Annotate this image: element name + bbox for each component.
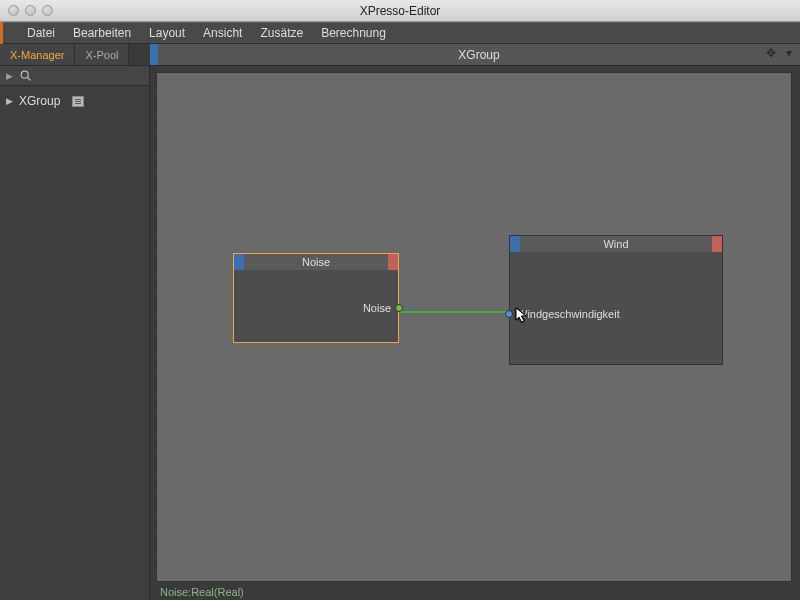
port-dot-icon[interactable] — [395, 304, 403, 312]
sidebar-search-bar[interactable]: ▶ — [0, 66, 149, 86]
menu-bearbeiten[interactable]: Bearbeiten — [73, 26, 131, 40]
node-wind[interactable]: Wind Windgeschwindigkeit — [509, 235, 723, 365]
port-label: Windgeschwindigkeit — [517, 308, 620, 320]
menu-bar: Datei Bearbeiten Layout Ansicht Zusätze … — [0, 22, 800, 44]
status-text: Noise:Real(Real) — [160, 586, 244, 598]
node-output-handle[interactable] — [388, 254, 398, 270]
node-noise-body: Noise — [234, 270, 398, 342]
sidebar-tabs: X-Manager X-Pool — [0, 44, 150, 65]
scroll-gutter — [794, 66, 800, 600]
window-title: XPresso-Editor — [0, 4, 800, 18]
svg-point-0 — [21, 71, 28, 78]
xgroup-node-icon — [72, 96, 84, 107]
node-canvas[interactable]: Noise Noise Wind — [156, 72, 792, 582]
menu-layout[interactable]: Layout — [149, 26, 185, 40]
svg-line-1 — [27, 77, 30, 80]
menu-berechnung[interactable]: Berechnung — [321, 26, 386, 40]
main-area: ▶ ▶ XGroup Noise — [0, 66, 800, 600]
tab-x-pool[interactable]: X-Pool — [75, 44, 129, 65]
canvas-title-bar: XGroup ✥ ▾ — [150, 44, 800, 65]
canvas-title: XGroup — [158, 48, 800, 62]
node-wind-header[interactable]: Wind — [510, 236, 722, 252]
sidebar: ▶ ▶ XGroup — [0, 66, 150, 600]
move-icon[interactable]: ✥ — [764, 46, 778, 60]
port-dot-icon[interactable] — [505, 310, 513, 318]
tab-row: X-Manager X-Pool XGroup ✥ ▾ — [0, 44, 800, 66]
node-output-handle[interactable] — [712, 236, 722, 252]
status-bar: Noise:Real(Real) — [156, 584, 792, 600]
chevron-right-icon: ▶ — [6, 96, 13, 106]
node-wind-title: Wind — [520, 236, 712, 252]
node-noise-header[interactable]: Noise — [234, 254, 398, 270]
node-input-handle[interactable] — [510, 236, 520, 252]
menu-datei[interactable]: Datei — [27, 26, 55, 40]
node-input-handle[interactable] — [234, 254, 244, 270]
menu-ansicht[interactable]: Ansicht — [203, 26, 242, 40]
chevron-right-icon: ▶ — [6, 71, 13, 81]
search-icon — [19, 69, 33, 83]
menu-zusaetze[interactable]: Zusätze — [260, 26, 303, 40]
node-noise-title: Noise — [244, 254, 388, 270]
sidebar-tree: ▶ XGroup — [0, 86, 149, 116]
tab-x-manager[interactable]: X-Manager — [0, 44, 75, 65]
node-noise[interactable]: Noise Noise — [233, 253, 399, 343]
tree-item-label: XGroup — [19, 94, 60, 108]
port-noise-out[interactable]: Noise — [363, 302, 403, 314]
canvas-wrap: Noise Noise Wind — [150, 66, 800, 600]
node-wind-body: Windgeschwindigkeit — [510, 252, 722, 364]
window-titlebar: XPresso-Editor — [0, 0, 800, 22]
port-wind-speed-in[interactable]: Windgeschwindigkeit — [505, 308, 620, 320]
menu-accent — [0, 22, 3, 44]
collapse-icon[interactable]: ▾ — [782, 46, 796, 60]
tree-item-xgroup[interactable]: ▶ XGroup — [4, 92, 145, 110]
canvas-header-accent — [150, 44, 158, 65]
port-label: Noise — [363, 302, 391, 314]
